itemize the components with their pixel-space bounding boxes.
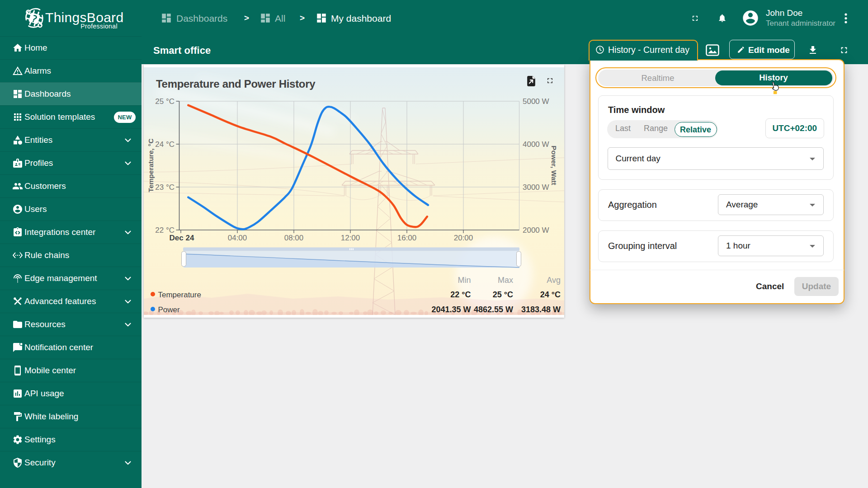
svg-text:Temperature: Temperature (158, 291, 201, 299)
svg-text:Temperature, °C: Temperature, °C (147, 139, 155, 192)
svg-text:04:00: 04:00 (228, 234, 247, 242)
svg-text:2041.35 W: 2041.35 W (431, 305, 471, 314)
svg-text:5000 W: 5000 W (523, 97, 549, 106)
svg-text:20:00: 20:00 (454, 234, 473, 242)
svg-text:4000 W: 4000 W (523, 140, 549, 149)
svg-text:3000 W: 3000 W (523, 183, 549, 192)
svg-text:Dec 24: Dec 24 (170, 234, 194, 242)
svg-text:24 °C: 24 °C (540, 290, 561, 299)
svg-text:Max: Max (498, 276, 513, 285)
svg-text:16:00: 16:00 (397, 234, 417, 242)
svg-text:Power: Power (158, 305, 180, 314)
svg-text:25 °C: 25 °C (493, 290, 513, 299)
svg-text:Power, Watt: Power, Watt (550, 145, 558, 185)
svg-text:3183.48 W: 3183.48 W (521, 305, 561, 314)
svg-text:Min: Min (458, 276, 471, 285)
svg-text:08:00: 08:00 (284, 234, 304, 242)
svg-text:12:00: 12:00 (341, 234, 360, 242)
svg-text:25 °C: 25 °C (155, 97, 175, 106)
svg-text:2000 W: 2000 W (523, 226, 549, 235)
svg-text:23 °C: 23 °C (155, 183, 175, 192)
svg-text:22 °C: 22 °C (450, 290, 471, 299)
svg-text:4862.55 W: 4862.55 W (474, 305, 513, 314)
svg-text:Avg: Avg (547, 276, 561, 285)
svg-text:24 °C: 24 °C (155, 140, 175, 149)
